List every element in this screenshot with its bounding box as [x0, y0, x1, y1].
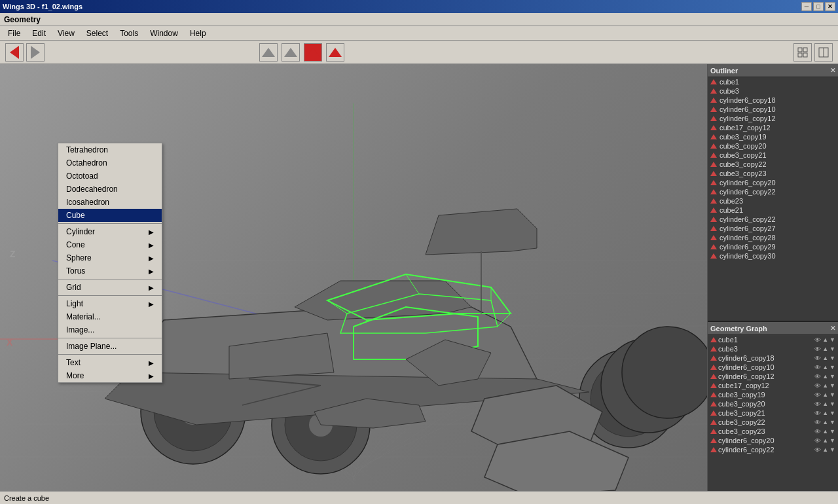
outliner-item[interactable]: cylinder6_copy28	[708, 233, 838, 242]
up-arrow-icon[interactable]: ▲	[822, 382, 828, 389]
outliner-item[interactable]: cube1	[708, 77, 838, 86]
geo-item[interactable]: cylinder6_copy12 👁 ▲ ▼	[708, 372, 838, 381]
geo-item[interactable]: cube3_copy21 👁 ▲ ▼	[708, 408, 838, 418]
ctx-material[interactable]: Material...	[58, 310, 162, 323]
ctx-octahedron[interactable]: Octahedron	[58, 156, 162, 170]
nav-tri-1[interactable]	[259, 43, 278, 62]
nav-tri-2[interactable]	[282, 43, 300, 62]
menu-window[interactable]: Window	[145, 27, 183, 39]
outliner-item[interactable]: cube3_copy21	[708, 151, 838, 160]
eye-icon[interactable]: 👁	[814, 446, 821, 454]
eye-icon[interactable]: 👁	[814, 336, 821, 344]
viewport[interactable]: X Z	[0, 64, 707, 491]
outliner-item[interactable]: cube23	[708, 196, 838, 206]
outliner-item[interactable]: cylinder6_copy20	[708, 178, 838, 187]
nav-tri-3[interactable]	[304, 43, 322, 62]
outliner-item[interactable]: cylinder6_copy29	[708, 242, 838, 251]
minimize-button[interactable]: ─	[801, 2, 812, 11]
geo-item[interactable]: cube3_copy22 👁 ▲ ▼	[708, 418, 838, 427]
geo-item[interactable]: cylinder6_copy18 👁 ▲ ▼	[708, 353, 838, 363]
context-menu[interactable]: Tetrahedron Octahedron Octotoad Dodecahe…	[58, 143, 162, 383]
down-arrow-icon[interactable]: ▼	[829, 382, 835, 389]
ctx-more[interactable]: More▶	[58, 369, 162, 382]
up-arrow-icon[interactable]: ▲	[822, 401, 828, 407]
eye-icon[interactable]: 👁	[814, 382, 821, 389]
eye-icon[interactable]: 👁	[814, 428, 821, 435]
outliner-item[interactable]: cube3	[708, 86, 838, 96]
geo-item[interactable]: cylinder6_copy10 👁 ▲ ▼	[708, 363, 838, 372]
outliner-item[interactable]: cylinder6_copy30	[708, 251, 838, 261]
geo-item[interactable]: cube3_copy23 👁 ▲ ▼	[708, 427, 838, 436]
geo-item[interactable]: cube3_copy19 👁 ▲ ▼	[708, 390, 838, 399]
eye-icon[interactable]: 👁	[814, 364, 821, 371]
down-arrow-icon[interactable]: ▼	[829, 391, 835, 398]
outliner-list[interactable]: cube1 cube3 cylinder6_copy18 cylinder6_c…	[708, 77, 838, 321]
down-arrow-icon[interactable]: ▼	[829, 410, 835, 416]
geo-graph-close[interactable]: ✕	[830, 325, 835, 332]
outliner-close[interactable]: ✕	[830, 67, 835, 74]
geo-graph-list[interactable]: cube1 👁 ▲ ▼ cube3 👁 ▲ ▼	[708, 335, 838, 491]
outliner-item[interactable]: cube21	[708, 206, 838, 215]
down-arrow-icon[interactable]: ▼	[829, 336, 835, 343]
down-arrow-icon[interactable]: ▼	[829, 446, 835, 453]
eye-icon[interactable]: 👁	[814, 410, 821, 417]
outliner-item[interactable]: cylinder6_copy27	[708, 224, 838, 233]
outliner-item[interactable]: cube17_copy12	[708, 123, 838, 132]
up-arrow-icon[interactable]: ▲	[822, 410, 828, 416]
up-arrow-icon[interactable]: ▲	[822, 336, 828, 343]
eye-icon[interactable]: 👁	[814, 419, 821, 426]
maximize-button[interactable]: □	[813, 2, 824, 11]
view-icon-1[interactable]	[793, 43, 812, 62]
menu-file[interactable]: File	[3, 27, 26, 39]
geo-item[interactable]: cylinder6_copy22 👁 ▲ ▼	[708, 445, 838, 454]
down-arrow-icon[interactable]: ▼	[829, 419, 835, 425]
outliner-item[interactable]: cylinder6_copy22	[708, 215, 838, 224]
ctx-text[interactable]: Text▶	[58, 356, 162, 369]
down-arrow-icon[interactable]: ▼	[829, 437, 835, 444]
nav-right-button[interactable]	[26, 43, 45, 62]
eye-icon[interactable]: 👁	[814, 346, 821, 353]
outliner-item[interactable]: cube3_copy20	[708, 141, 838, 151]
ctx-tetrahedron[interactable]: Tetrahedron	[58, 143, 162, 156]
eye-icon[interactable]: 👁	[814, 391, 821, 399]
view-icon-2[interactable]	[814, 43, 833, 62]
up-arrow-icon[interactable]: ▲	[822, 419, 828, 425]
ctx-sphere[interactable]: Sphere▶	[58, 251, 162, 264]
ctx-cone[interactable]: Cone▶	[58, 238, 162, 251]
outliner-item[interactable]: cylinder6_copy22	[708, 187, 838, 196]
geo-item[interactable]: cube17_copy12 👁 ▲ ▼	[708, 381, 838, 390]
up-arrow-icon[interactable]: ▲	[822, 391, 828, 398]
nav-left-button[interactable]	[5, 43, 24, 62]
ctx-grid[interactable]: Grid▶	[58, 281, 162, 294]
up-arrow-icon[interactable]: ▲	[822, 355, 828, 361]
close-button[interactable]: ✕	[825, 2, 835, 11]
outliner-item[interactable]: cube3_copy19	[708, 132, 838, 141]
ctx-cylinder[interactable]: Cylinder▶	[58, 225, 162, 238]
ctx-image[interactable]: Image...	[58, 323, 162, 336]
down-arrow-icon[interactable]: ▼	[829, 355, 835, 361]
geo-item[interactable]: cube3 👁 ▲ ▼	[708, 344, 838, 353]
geo-item[interactable]: cube1 👁 ▲ ▼	[708, 335, 838, 344]
eye-icon[interactable]: 👁	[814, 401, 821, 408]
up-arrow-icon[interactable]: ▲	[822, 346, 828, 352]
up-arrow-icon[interactable]: ▲	[822, 364, 828, 370]
outliner-item[interactable]: cylinder6_copy10	[708, 105, 838, 114]
ctx-cube[interactable]: Cube	[58, 209, 162, 222]
outliner-item[interactable]: cube3_copy22	[708, 160, 838, 169]
eye-icon[interactable]: 👁	[814, 355, 821, 362]
menu-view[interactable]: View	[52, 27, 80, 39]
menu-help[interactable]: Help	[185, 27, 211, 39]
down-arrow-icon[interactable]: ▼	[829, 346, 835, 352]
ctx-dodecahedron[interactable]: Dodecahedron	[58, 183, 162, 196]
outliner-item[interactable]: cylinder6_copy18	[708, 96, 838, 105]
ctx-image-plane[interactable]: Image Plane...	[58, 340, 162, 353]
geo-item[interactable]: cylinder6_copy20 👁 ▲ ▼	[708, 436, 838, 445]
down-arrow-icon[interactable]: ▼	[829, 401, 835, 407]
menu-select[interactable]: Select	[81, 27, 113, 39]
ctx-icosahedron[interactable]: Icosahedron	[58, 196, 162, 209]
eye-icon[interactable]: 👁	[814, 437, 821, 444]
down-arrow-icon[interactable]: ▼	[829, 428, 835, 435]
up-arrow-icon[interactable]: ▲	[822, 446, 828, 453]
geo-item[interactable]: cube3_copy20 👁 ▲ ▼	[708, 399, 838, 408]
nav-tri-4[interactable]	[326, 43, 344, 62]
